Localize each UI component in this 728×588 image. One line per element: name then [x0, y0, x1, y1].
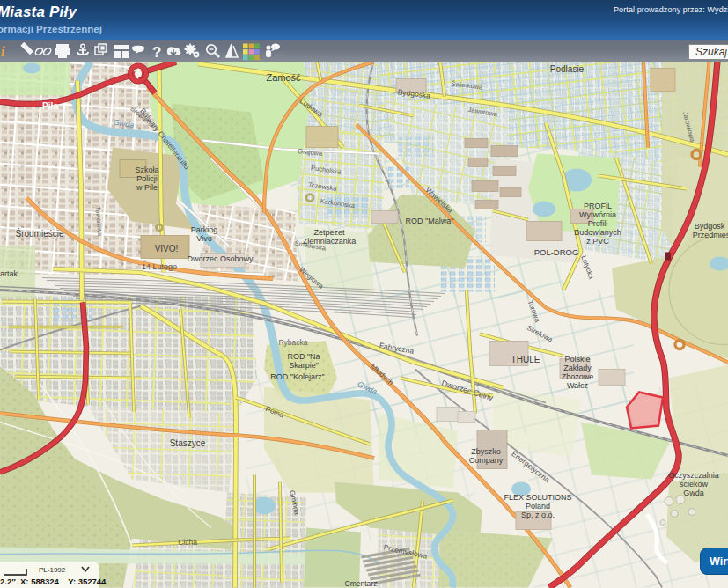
svg-text:Parking: Parking: [191, 225, 218, 234]
svg-text:Budowlanych: Budowlanych: [574, 228, 621, 237]
svg-text:Zamość: Zamość: [266, 72, 301, 83]
svg-text:Podlasie: Podlasie: [550, 64, 585, 74]
svg-text:w Pile: w Pile: [136, 183, 158, 192]
svg-text:Policji: Policji: [136, 174, 158, 183]
svg-text:Staszyce: Staszyce: [170, 438, 206, 448]
svg-text:Wytwórnia: Wytwórnia: [579, 210, 616, 219]
svg-text:Zbożowe: Zbożowe: [562, 372, 594, 381]
svg-text:Cmentarz: Cmentarz: [345, 579, 378, 588]
svg-text:Poland: Poland: [526, 502, 550, 511]
svg-text:Bydgosk: Bydgosk: [695, 222, 725, 231]
svg-text:Polskie: Polskie: [564, 355, 590, 364]
svg-text:14 Lutego: 14 Lutego: [142, 262, 177, 271]
svg-text:THULE: THULE: [511, 355, 540, 364]
svg-text:i: i: [1, 44, 5, 59]
svg-text:Cicha: Cicha: [178, 538, 197, 547]
svg-text:Sp. z o.o.: Sp. z o.o.: [521, 511, 555, 519]
svg-text:Szkoła: Szkoła: [135, 165, 158, 174]
svg-text:ROD "Na: ROD "Na: [287, 352, 320, 361]
svg-text:ścieków: ścieków: [680, 480, 709, 489]
svg-text:ROD "Kolejarz": ROD "Kolejarz": [270, 372, 324, 381]
svg-text:Zetpezet: Zetpezet: [313, 228, 345, 237]
svg-text:FLEX SOLUTIONS: FLEX SOLUTIONS: [504, 493, 571, 502]
svg-text:Wałcz: Wałcz: [567, 381, 589, 390]
svg-text:VIVO!: VIVO!: [155, 244, 179, 254]
svg-text:POL-DROG: POL-DROG: [534, 247, 579, 257]
svg-text:Zbyszko: Zbyszko: [471, 447, 501, 456]
svg-text:Dworzec Osobowy: Dworzec Osobowy: [187, 254, 254, 263]
svg-text:Środmieście: Środmieście: [15, 228, 63, 239]
svg-text:z PVC: z PVC: [586, 237, 609, 246]
svg-text:artak: artak: [0, 269, 18, 278]
svg-text:Rybacka: Rybacka: [278, 338, 307, 347]
svg-text:Przedmieś: Przedmieś: [693, 231, 728, 239]
svg-text:Profili: Profili: [588, 219, 608, 228]
svg-text:?: ?: [152, 44, 161, 61]
svg-text:Piła: Piła: [42, 101, 58, 111]
svg-text:PROFiL: PROFiL: [584, 202, 612, 210]
svg-text:Zakłady: Zakłady: [563, 364, 592, 372]
svg-text:Vivo: Vivo: [196, 234, 211, 243]
svg-text:Skarpie": Skarpie": [289, 361, 319, 370]
svg-text:ROD "Malwa": ROD "Malwa": [406, 217, 454, 225]
svg-text:Oczyszczalnia: Oczyszczalnia: [668, 471, 719, 480]
svg-text:Company: Company: [469, 456, 504, 465]
svg-text:Gwda: Gwda: [683, 489, 704, 497]
